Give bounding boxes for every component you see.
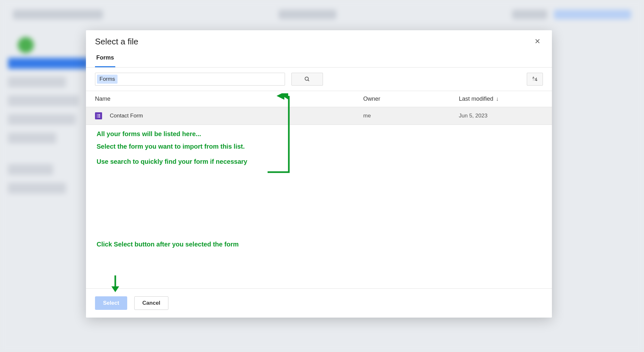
table-header: Name Owner Last modified ↓	[86, 91, 552, 107]
annotation-line4: Click Select button after you selected t…	[97, 241, 239, 248]
search-button[interactable]	[291, 73, 323, 86]
tab-forms[interactable]: Forms	[95, 54, 115, 67]
tabs: Forms	[86, 47, 552, 68]
select-button[interactable]: Select	[95, 296, 127, 310]
file-picker-modal: Select a file ✕ Forms Forms A Z	[86, 30, 552, 318]
svg-rect-7	[98, 116, 100, 116]
annotation-line2: Select the form you want to import from …	[97, 143, 245, 150]
file-list: Contact Form me Jun 5, 2023 All your for…	[86, 107, 552, 288]
svg-rect-8	[97, 117, 98, 117]
search-icon	[304, 76, 310, 82]
sort-az-icon: A Z	[532, 76, 538, 82]
svg-rect-5	[98, 114, 100, 115]
svg-text:Z: Z	[535, 78, 536, 81]
annotation-line3: Use search to quickly find your form if …	[97, 158, 247, 165]
column-modified-label: Last modified	[459, 96, 493, 102]
file-modified: Jun 5, 2023	[459, 113, 543, 119]
cancel-button[interactable]: Cancel	[134, 296, 168, 310]
modal-title: Select a file	[95, 37, 138, 47]
svg-rect-6	[97, 116, 98, 116]
search-tag[interactable]: Forms	[97, 75, 118, 84]
svg-line-1	[308, 80, 309, 81]
svg-point-0	[305, 77, 308, 80]
sort-az-button[interactable]: A Z	[527, 73, 543, 86]
sort-desc-icon: ↓	[496, 96, 499, 102]
column-owner[interactable]: Owner	[363, 96, 459, 102]
toolbar: Forms A Z	[86, 68, 552, 91]
file-name: Contact Form	[110, 113, 143, 119]
annotation-line1: All your forms will be listed here...	[97, 130, 201, 138]
column-modified[interactable]: Last modified ↓	[459, 96, 543, 102]
form-icon	[95, 112, 102, 119]
table-row[interactable]: Contact Form me Jun 5, 2023	[86, 107, 552, 125]
file-owner: me	[363, 113, 459, 119]
search-input[interactable]	[95, 73, 285, 86]
close-button[interactable]: ✕	[532, 37, 543, 46]
close-icon: ✕	[535, 37, 540, 45]
modal-footer: Select Cancel	[86, 288, 552, 318]
svg-rect-4	[97, 114, 98, 115]
column-name[interactable]: Name	[95, 96, 363, 102]
svg-rect-9	[98, 117, 100, 117]
